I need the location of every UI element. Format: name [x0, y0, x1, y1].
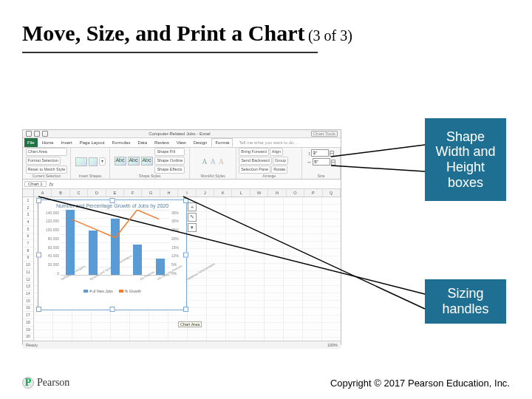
sizing-handle[interactable]: [110, 198, 115, 203]
style-swatch-icon[interactable]: Abc: [128, 157, 140, 166]
group-button[interactable]: Group: [273, 157, 288, 165]
format-selection-button[interactable]: Format Selection: [26, 157, 61, 165]
row-header[interactable]: 5: [23, 226, 33, 233]
style-swatch-icon[interactable]: Abc: [115, 157, 126, 166]
tab-formulas[interactable]: Formulas: [109, 138, 133, 147]
name-box[interactable]: Chart 1: [24, 181, 47, 187]
group-label: Insert Shapes: [79, 174, 102, 178]
row-header[interactable]: 20: [23, 333, 33, 341]
chart-filters-button[interactable]: ▾: [188, 223, 197, 232]
status-bar: Ready 100%: [23, 341, 341, 349]
row-header[interactable]: 13: [23, 283, 33, 290]
cell-grid[interactable]: + ✎ ▾ Number and Percentage Growth of Jo…: [34, 197, 341, 341]
column-header[interactable]: Q: [323, 189, 341, 197]
group-label: Shape Styles: [139, 174, 160, 178]
column-header[interactable]: N: [268, 189, 286, 197]
align-button[interactable]: Align: [270, 148, 283, 156]
style-swatch-icon[interactable]: Abc: [141, 157, 153, 166]
height-spinner[interactable]: [330, 151, 334, 156]
embedded-chart[interactable]: + ✎ ▾ Number and Percentage Growth of Jo…: [38, 200, 187, 310]
width-spinner[interactable]: [331, 160, 335, 165]
shape-height-input[interactable]: [311, 149, 329, 157]
column-header[interactable]: K: [214, 189, 232, 197]
column-header[interactable]: F: [124, 189, 142, 197]
column-header[interactable]: I: [178, 189, 196, 197]
column-header[interactable]: E: [106, 189, 124, 197]
sizing-handle[interactable]: [183, 253, 188, 258]
copyright-text: Copyright © 2017 Pearson Education, Inc.: [330, 378, 510, 389]
row-header[interactable]: 3: [23, 211, 33, 219]
row-header[interactable]: 8: [23, 248, 33, 255]
group-wordart-styles: A A A WordArt Styles: [190, 148, 236, 179]
sizing-handle[interactable]: [36, 198, 41, 203]
row-header[interactable]: 10: [23, 262, 33, 269]
tab-file[interactable]: File: [24, 138, 38, 147]
row-header[interactable]: 11: [23, 269, 33, 276]
tab-review[interactable]: Review: [151, 138, 172, 147]
column-header[interactable]: B: [52, 189, 69, 197]
chart-title: Number and Percentage Growth of Jobs by …: [43, 203, 182, 209]
row-header[interactable]: 17: [23, 312, 33, 319]
tab-insert[interactable]: Insert: [58, 138, 75, 147]
row-header[interactable]: 14: [23, 290, 33, 298]
column-header[interactable]: H: [160, 189, 178, 197]
rotate-button[interactable]: Rotate: [271, 166, 287, 174]
reset-match-style-button[interactable]: Reset to Match Style: [26, 166, 68, 174]
chart-element-select[interactable]: Chart Area: [26, 148, 67, 156]
column-header[interactable]: O: [287, 189, 304, 197]
shape-gallery-icon[interactable]: [89, 157, 98, 166]
wordart-swatch-icon[interactable]: A: [202, 157, 207, 166]
row-header[interactable]: 19: [23, 327, 33, 334]
send-backward-button[interactable]: Send Backward: [239, 157, 272, 165]
tab-page-layout[interactable]: Page Layout: [77, 138, 108, 147]
row-header[interactable]: 12: [23, 276, 33, 284]
chart-elements-button[interactable]: +: [188, 202, 197, 211]
sizing-handle[interactable]: [183, 307, 188, 312]
column-header[interactable]: A: [34, 189, 52, 197]
shape-width-input[interactable]: [313, 158, 330, 166]
column-header[interactable]: G: [142, 189, 160, 197]
row-header[interactable]: 6: [23, 233, 33, 241]
tab-home[interactable]: Home: [39, 138, 57, 147]
sizing-handle[interactable]: [36, 307, 41, 312]
ribbon-tabs: File Home Insert Page Layout Formulas Da…: [23, 138, 341, 148]
shape-outline-button[interactable]: Shape Outline: [154, 157, 185, 165]
shape-effects-button[interactable]: Shape Effects: [154, 166, 185, 174]
selection-pane-button[interactable]: Selection Pane: [239, 166, 270, 174]
row-header[interactable]: 16: [23, 305, 33, 313]
fx-icon[interactable]: fx: [50, 182, 53, 187]
shape-gallery-icon[interactable]: [75, 157, 87, 166]
column-header[interactable]: M: [250, 189, 268, 197]
row-header[interactable]: 2: [23, 205, 33, 212]
select-all-corner[interactable]: [23, 189, 34, 197]
tab-data[interactable]: Data: [134, 138, 150, 147]
tab-view[interactable]: View: [174, 138, 189, 147]
sizing-handle[interactable]: [36, 253, 41, 258]
column-header[interactable]: L: [232, 189, 250, 197]
group-size: ↕ ↔ Size: [302, 148, 341, 179]
row-header[interactable]: 1: [23, 197, 33, 205]
tell-me[interactable]: Tell me what you want to do…: [234, 138, 339, 147]
chart-styles-button[interactable]: ✎: [188, 213, 197, 222]
wordart-swatch-icon[interactable]: A: [211, 157, 216, 166]
zoom-level[interactable]: 100%: [327, 343, 338, 347]
change-shape-button[interactable]: ▾: [99, 157, 106, 166]
excel-screenshot: Computer-Related Jobs - Excel Chart Tool…: [22, 129, 341, 345]
row-header[interactable]: 7: [23, 240, 33, 248]
sizing-handle[interactable]: [110, 307, 115, 312]
column-header[interactable]: C: [70, 189, 88, 197]
shape-fill-button[interactable]: Shape Fill: [154, 148, 185, 156]
legend-entry: # of New Jobs: [83, 289, 113, 293]
row-header[interactable]: 4: [23, 219, 33, 226]
bring-forward-button[interactable]: Bring Forward: [239, 148, 269, 156]
row-header[interactable]: 15: [23, 298, 33, 305]
column-header[interactable]: J: [197, 189, 214, 197]
callout-size-boxes: Shape Width and Height boxes: [425, 118, 506, 201]
column-header[interactable]: P: [304, 189, 322, 197]
column-header[interactable]: D: [88, 189, 106, 197]
wordart-swatch-icon[interactable]: A: [219, 157, 224, 166]
row-header[interactable]: 9: [23, 255, 33, 262]
tab-design[interactable]: Design: [191, 138, 211, 147]
tab-format[interactable]: Format: [211, 138, 233, 147]
row-header[interactable]: 18: [23, 319, 33, 327]
